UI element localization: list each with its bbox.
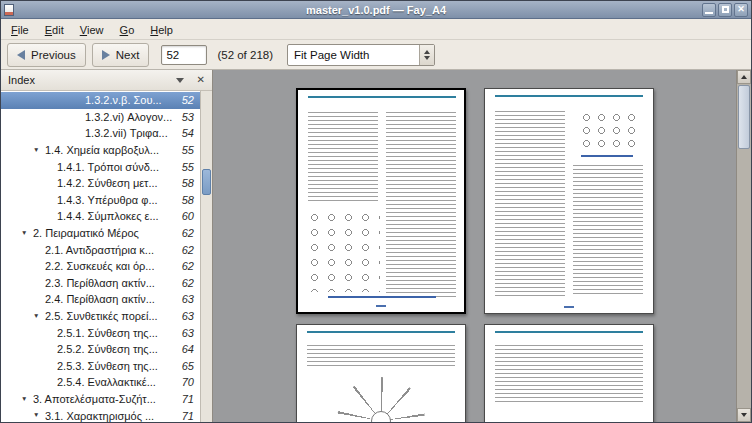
outline-item-page: 63 — [176, 327, 194, 339]
sidebar-view-select[interactable]: Index — [8, 74, 35, 86]
outline-item-page: 70 — [176, 376, 194, 388]
expander-icon[interactable]: ▼ — [21, 396, 33, 403]
outline-item[interactable]: ▼1.4. Χημεία καρβοξυλ...55 — [1, 142, 200, 159]
outline-item[interactable]: ▼2. Πειραματικό Μέρος62 — [1, 225, 200, 242]
menu-file[interactable]: File — [3, 19, 37, 39]
menu-edit[interactable]: Edit — [37, 19, 72, 39]
outline-item-label: 2.1. Αντιδραστήρια κ... — [45, 244, 154, 256]
outline-item-page: 71 — [176, 393, 194, 405]
figure-placeholder — [519, 413, 621, 422]
outline-item[interactable]: 1.3.2.vi) Αλογον...53 — [1, 109, 200, 126]
outline-item-page: 63 — [176, 310, 194, 322]
outline-item-page: 62 — [176, 227, 194, 239]
toolbar: Previous Next (52 of 218) Fit Page Width — [1, 40, 751, 70]
outline-item-label: 2.5.1. Σύνθεση της... — [57, 327, 158, 339]
pages-container — [213, 70, 736, 422]
outline-item[interactable]: 1.4.2. Σύνθεση μετ...58 — [1, 175, 200, 192]
figure-placeholder — [337, 377, 425, 422]
close-icon: ✕ — [737, 5, 745, 14]
outline-item-label: 2. Πειραματικό Μέρος — [33, 227, 139, 239]
expander-icon[interactable]: ▼ — [33, 147, 45, 154]
outline-item-page: 64 — [176, 343, 194, 355]
expander-icon[interactable]: ▼ — [33, 412, 45, 419]
outline-item[interactable]: 1.4.1. Τρόποι σύνδ...55 — [1, 158, 200, 175]
zoom-select[interactable]: Fit Page Width — [287, 44, 435, 66]
outline-item-label: 1.3.2.vi) Αλογον... — [85, 111, 172, 123]
minimize-icon — [705, 12, 713, 14]
outline-item-page: 58 — [176, 194, 194, 206]
sidebar-body: 1.3.2.ν.β. Σου...521.3.2.vi) Αλογον...53… — [1, 91, 212, 422]
sidebar: Index ✕ 1.3.2.ν.β. Σου...521.3.2.vi) Αλο… — [1, 70, 213, 422]
document-canvas[interactable] — [213, 70, 751, 422]
outline-item[interactable]: 2.4. Περίθλαση ακτίν...63 — [1, 291, 200, 308]
outline-item-label: 1.4.4. Σύμπλοκες ε... — [57, 210, 159, 222]
outline-item[interactable]: 2.5.1. Σύνθεση της...63 — [1, 324, 200, 341]
outline-item-page: 60 — [176, 210, 194, 222]
figure-placeholder — [579, 111, 643, 151]
outline-item[interactable]: ▼3.1. Χαρακτηρισμός ...71 — [1, 407, 200, 422]
outline-item[interactable]: 1.4.4. Σύμπλοκες ε...60 — [1, 208, 200, 225]
arrow-down-icon — [741, 413, 747, 417]
outline-item[interactable]: 2.3. Περίθλαση ακτίν...62 — [1, 275, 200, 292]
outline-item-label: 1.3.2.ν.β. Σου... — [85, 94, 162, 106]
outline-item[interactable]: 2.5.2. Σύνθεση της...64 — [1, 341, 200, 358]
outline-item[interactable]: ▼2.5. Συνθετικές πορεί...63 — [1, 308, 200, 325]
previous-arrow-icon — [17, 50, 25, 60]
menu-help[interactable]: Help — [142, 19, 181, 39]
outline-item[interactable]: 1.3.2.ν.β. Σου...52 — [1, 92, 200, 109]
outline-item-label: 1.4.3. Υπέρυθρα φ... — [57, 194, 158, 206]
maximize-button[interactable] — [718, 3, 732, 17]
minimize-button[interactable] — [702, 3, 716, 17]
outline-item-page: 55 — [176, 144, 194, 156]
maximize-icon — [722, 6, 729, 13]
outline-item-page: 65 — [176, 360, 194, 372]
next-arrow-icon — [102, 50, 110, 60]
main-scrollbar-thumb[interactable] — [738, 85, 750, 149]
outline-item-page: 53 — [176, 111, 194, 123]
outline-item-label: 2.4. Περίθλαση ακτίν... — [45, 293, 155, 305]
chevron-up-icon — [424, 50, 430, 54]
scroll-down-button[interactable] — [737, 408, 751, 422]
previous-label: Previous — [31, 49, 76, 61]
outline-item-label: 1.4. Χημεία καρβοξυλ... — [45, 144, 159, 156]
zoom-spinner[interactable] — [419, 45, 434, 65]
menu-view[interactable]: View — [72, 19, 112, 39]
expander-icon[interactable]: ▼ — [33, 313, 45, 320]
page-thumbnail-53[interactable] — [484, 88, 654, 314]
outline-item-page: 55 — [176, 161, 194, 173]
figure-placeholder — [306, 210, 380, 292]
sidebar-header: Index ✕ — [1, 70, 212, 91]
outline-item[interactable]: 2.1. Αντιδραστήρια κ...62 — [1, 241, 200, 258]
outline-item-page: 62 — [176, 244, 194, 256]
outline-item[interactable]: 2.2. Συσκευές και όρ...62 — [1, 258, 200, 275]
expander-icon[interactable]: ▼ — [21, 230, 33, 237]
next-button[interactable]: Next — [92, 43, 150, 67]
page-thumbnail-55[interactable] — [484, 324, 654, 422]
page-thumbnail-54[interactable] — [296, 324, 466, 422]
outline-item[interactable]: 2.5.3. Σύνθεση της...65 — [1, 358, 200, 375]
outline-item[interactable]: ▼3. Αποτελέσματα-Συζήτ...71 — [1, 391, 200, 408]
outline-item-page: 54 — [176, 127, 194, 139]
outline-item-label: 2.5.2. Σύνθεση της... — [57, 343, 158, 355]
outline-item-label: 3.1. Χαρακτηρισμός ... — [45, 410, 154, 422]
titlebar[interactable]: master_v1.0.pdf — Fay_A4 ✕ — [1, 1, 751, 19]
outline-item-page: 62 — [176, 277, 194, 289]
outline-item-page: 52 — [176, 94, 194, 106]
close-button[interactable]: ✕ — [734, 3, 748, 17]
menu-go[interactable]: Go — [112, 19, 143, 39]
chevron-down-icon[interactable] — [176, 78, 184, 83]
sidebar-close-button[interactable]: ✕ — [197, 75, 205, 85]
outline-item-page: 63 — [176, 293, 194, 305]
arrow-up-icon — [741, 75, 747, 79]
outline-item-label: 1.4.1. Τρόποι σύνδ... — [57, 161, 159, 173]
outline-item[interactable]: 2.5.4. Εναλλακτικέ...70 — [1, 374, 200, 391]
previous-button[interactable]: Previous — [7, 43, 86, 67]
outline-item[interactable]: 1.3.2.vii) Τριφα...54 — [1, 125, 200, 142]
outline-item[interactable]: 1.4.3. Υπέρυθρα φ...58 — [1, 192, 200, 209]
page-thumbnail-52[interactable] — [296, 88, 466, 314]
sidebar-scrollbar[interactable] — [200, 91, 212, 422]
scroll-up-button[interactable] — [737, 70, 751, 84]
page-number-input[interactable] — [161, 45, 207, 65]
main-scrollbar[interactable] — [736, 70, 751, 422]
sidebar-scrollbar-thumb[interactable] — [202, 169, 211, 195]
